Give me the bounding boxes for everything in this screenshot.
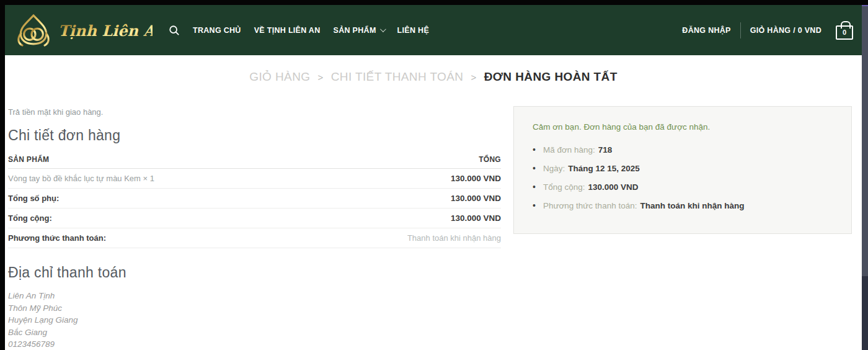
order-number-value: 718 bbox=[598, 145, 613, 155]
order-total-item: • Tổng cộng: 130.000 VND bbox=[533, 182, 833, 192]
nav-item-lien-he[interactable]: LIÊN HỆ bbox=[397, 26, 429, 35]
order-total-label: Tổng cộng: bbox=[543, 182, 585, 192]
window-top-edge bbox=[0, 0, 868, 5]
order-total-value: 130.000 VND bbox=[588, 182, 638, 192]
nav-label: SẢN PHẨM bbox=[334, 26, 376, 35]
order-payment-method-value: Thanh toán khi nhận hàng bbox=[640, 201, 744, 210]
subtotal-label: Tổng số phụ: bbox=[8, 194, 59, 203]
order-date-label: Ngày: bbox=[543, 164, 565, 173]
header-divider bbox=[740, 22, 741, 38]
cart-link[interactable]: GIỎ HÀNG / 0 VND bbox=[750, 26, 822, 35]
table-row-total: Tổng cộng: 130.000 VND bbox=[8, 209, 501, 228]
billing-address-heading: Địa chỉ thanh toán bbox=[8, 264, 501, 281]
breadcrumb-checkout[interactable]: CHI TIẾT THANH TOÁN bbox=[331, 70, 464, 84]
breadcrumb-cart[interactable]: GIỎ HÀNG bbox=[249, 70, 310, 84]
payment-method-value: Thanh toán khi nhận hàng bbox=[407, 233, 501, 243]
breadcrumb-separator: > bbox=[317, 72, 323, 83]
header-right: ĐĂNG NHẬP GIỎ HÀNG / 0 VND 0 bbox=[682, 21, 853, 40]
table-row-subtotal: Tổng số phụ: 130.000 VND bbox=[8, 189, 501, 209]
order-number-label: Mã đơn hàng: bbox=[543, 145, 595, 155]
bullet-icon: • bbox=[533, 182, 536, 192]
page: Tịnh Liên An TRANG CHỦ VỀ TỊNH LIÊN AN S… bbox=[5, 5, 862, 350]
order-confirmation-box: Cảm ơn bạn. Đơn hàng của bạn đã được nhậ… bbox=[513, 106, 852, 234]
nav-item-ve-tinh-lien-an[interactable]: VỀ TỊNH LIÊN AN bbox=[254, 26, 321, 35]
payment-method-label: Phương thức thanh toán: bbox=[8, 233, 106, 243]
subtotal-value: 130.000 VND bbox=[451, 194, 501, 203]
bullet-icon: • bbox=[533, 145, 536, 155]
lotus-icon bbox=[16, 12, 51, 48]
order-payment-method-label: Phương thức thanh toán: bbox=[543, 201, 637, 210]
breadcrumb-order-complete: ĐƠN HÀNG HOÀN TẤT bbox=[484, 70, 618, 84]
product-total: 130.000 VND bbox=[451, 174, 501, 183]
bullet-icon: • bbox=[533, 163, 536, 173]
nav-label: LIÊN HỆ bbox=[397, 26, 429, 35]
scrollbar[interactable] bbox=[862, 5, 868, 350]
address-line-district: Huyện Lạng Giang bbox=[8, 314, 501, 326]
main-nav: TRANG CHỦ VỀ TỊNH LIÊN AN SẢN PHẨM LIÊN … bbox=[169, 25, 429, 36]
billing-address: Liên An Tịnh Thôn Mỹ Phúc Huyện Lạng Gia… bbox=[8, 290, 501, 350]
order-table: SẢN PHẨM TỔNG Vòng tay bồ đề khắc lục tự… bbox=[8, 151, 501, 248]
product-name: Vòng tay bồ đề khắc lục tự màu Kem × 1 bbox=[8, 174, 154, 183]
brand-name: Tịnh Liên An bbox=[58, 21, 153, 39]
cart-bag-icon[interactable]: 0 bbox=[836, 25, 853, 40]
window-frame: Tịnh Liên An TRANG CHỦ VỀ TỊNH LIÊN AN S… bbox=[0, 0, 868, 350]
col-product-header: SẢN PHẨM bbox=[8, 155, 49, 164]
address-line-street: Thôn Mỹ Phúc bbox=[8, 302, 501, 315]
login-link[interactable]: ĐĂNG NHẬP bbox=[682, 26, 730, 35]
order-number-item: • Mã đơn hàng: 718 bbox=[533, 145, 833, 155]
payment-note: Trả tiền mặt khi giao hàng. bbox=[8, 107, 501, 117]
nav-label: TRANG CHỦ bbox=[193, 26, 241, 35]
address-line-province: Bắc Giang bbox=[8, 326, 501, 339]
site-header: Tịnh Liên An TRANG CHỦ VỀ TỊNH LIÊN AN S… bbox=[5, 5, 862, 55]
main-content: Trả tiền mặt khi giao hàng. Chi tiết đơn… bbox=[5, 88, 862, 350]
order-details-section: Trả tiền mặt khi giao hàng. Chi tiết đơn… bbox=[8, 106, 501, 350]
address-line-name: Liên An Tịnh bbox=[8, 290, 501, 302]
table-row-payment-method: Phương thức thanh toán: Thanh toán khi n… bbox=[8, 228, 501, 248]
address-line-phone: 0123456789 bbox=[8, 338, 501, 350]
total-value: 130.000 VND bbox=[451, 213, 501, 223]
chevron-down-icon bbox=[380, 26, 386, 32]
nav-item-trang-chu[interactable]: TRANG CHỦ bbox=[193, 26, 241, 35]
table-header-row: SẢN PHẨM TỔNG bbox=[8, 151, 501, 169]
table-row-product: Vòng tay bồ đề khắc lục tự màu Kem × 1 1… bbox=[8, 169, 501, 189]
order-date-value: Tháng 12 15, 2025 bbox=[568, 164, 640, 173]
total-label: Tổng cộng: bbox=[8, 213, 52, 223]
bullet-icon: • bbox=[533, 200, 536, 210]
search-icon[interactable] bbox=[169, 25, 180, 36]
brand-logo[interactable]: Tịnh Liên An bbox=[16, 12, 153, 48]
scrollbar-thumb[interactable] bbox=[862, 5, 868, 276]
window-left-edge bbox=[0, 0, 5, 350]
order-date-item: • Ngày: Tháng 12 15, 2025 bbox=[533, 163, 833, 173]
nav-label: VỀ TỊNH LIÊN AN bbox=[254, 26, 321, 35]
order-details-heading: Chi tiết đơn hàng bbox=[8, 127, 501, 144]
breadcrumb: GIỎ HÀNG > CHI TIẾT THANH TOÁN > ĐƠN HÀN… bbox=[5, 55, 862, 88]
breadcrumb-separator: > bbox=[471, 72, 476, 83]
order-summary-list: • Mã đơn hàng: 718 • Ngày: Tháng 12 15, … bbox=[533, 145, 833, 210]
thank-you-message: Cảm ơn bạn. Đơn hàng của bạn đã được nhậ… bbox=[533, 122, 833, 132]
nav-item-san-pham[interactable]: SẢN PHẨM bbox=[334, 26, 384, 35]
col-total-header: TỔNG bbox=[479, 155, 501, 164]
cart-count-badge: 0 bbox=[843, 29, 846, 36]
brand-wordmark: Tịnh Liên An bbox=[58, 18, 153, 43]
order-payment-method-item: • Phương thức thanh toán: Thanh toán khi… bbox=[533, 200, 833, 210]
